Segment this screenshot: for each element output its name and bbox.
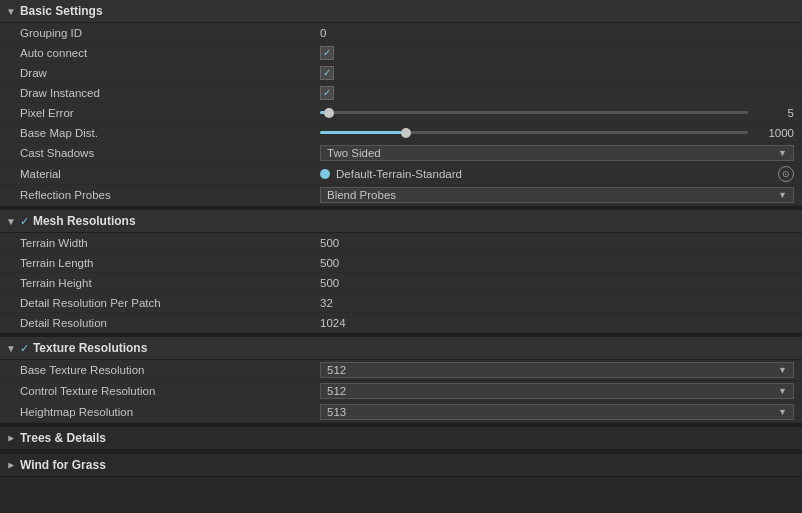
base-map-dist-label: Base Map Dist. <box>20 127 320 139</box>
auto-connect-value: ✓ <box>320 46 794 60</box>
terrain-width-value: 500 <box>320 237 794 249</box>
texture-resolutions-section: ▼ ✓ Texture Resolutions Base Texture Res… <box>0 337 802 423</box>
heightmap-res-select[interactable]: 513 ▼ <box>320 404 794 420</box>
trees-details-header[interactable]: ▼ Trees & Details <box>0 427 802 450</box>
control-texture-res-select[interactable]: 512 ▼ <box>320 383 794 399</box>
terrain-height-value: 500 <box>320 277 794 289</box>
reflection-probes-select[interactable]: Blend Probes ▼ <box>320 187 794 203</box>
base-texture-res-label: Base Texture Resolution <box>20 364 320 376</box>
basic-settings-chevron: ▼ <box>6 6 16 17</box>
control-texture-res-value: 512 <box>327 385 346 397</box>
material-dot-icon <box>320 169 330 179</box>
grouping-id-value: 0 <box>320 27 794 39</box>
base-map-dist-fill <box>320 131 406 134</box>
base-map-dist-track[interactable] <box>320 131 748 134</box>
cast-shadows-dropdown[interactable]: Two Sided ▼ <box>320 145 794 161</box>
control-texture-res-arrow: ▼ <box>778 386 787 396</box>
cast-shadows-label: Cast Shadows <box>20 147 320 159</box>
mesh-resolutions-section: ▼ ✓ Mesh Resolutions Terrain Width 500 T… <box>0 210 802 333</box>
detail-res-per-patch-label: Detail Resolution Per Patch <box>20 297 320 309</box>
reflection-probes-value: Blend Probes <box>327 189 396 201</box>
base-texture-res-value: 512 <box>327 364 346 376</box>
basic-settings-header[interactable]: ▼ Basic Settings <box>0 0 802 23</box>
basic-settings-content: Grouping ID 0 Auto connect ✓ Draw ✓ Draw… <box>0 23 802 206</box>
material-value-row: Default-Terrain-Standard ⊙ <box>320 166 794 182</box>
pixel-error-value: 5 <box>754 107 794 119</box>
draw-instanced-value: ✓ <box>320 86 794 100</box>
wind-grass-header[interactable]: ▼ Wind for Grass <box>0 454 802 477</box>
terrain-height-row: Terrain Height 500 <box>0 273 802 293</box>
draw-instanced-row: Draw Instanced ✓ <box>0 83 802 103</box>
heightmap-res-label: Heightmap Resolution <box>20 406 320 418</box>
wind-grass-chevron: ▼ <box>5 460 16 470</box>
cast-shadows-value: Two Sided <box>327 147 381 159</box>
texture-resolutions-header[interactable]: ▼ ✓ Texture Resolutions <box>0 337 802 360</box>
basic-settings-section: ▼ Basic Settings Grouping ID 0 Auto conn… <box>0 0 802 206</box>
reflection-probes-row: Reflection Probes Blend Probes ▼ <box>0 185 802 206</box>
terrain-length-row: Terrain Length 500 <box>0 253 802 273</box>
material-select-icon[interactable]: ⊙ <box>778 166 794 182</box>
terrain-height-label: Terrain Height <box>20 277 320 289</box>
cast-shadows-row: Cast Shadows Two Sided ▼ <box>0 143 802 164</box>
draw-instanced-label: Draw Instanced <box>20 87 320 99</box>
control-texture-res-dropdown[interactable]: 512 ▼ <box>320 383 794 399</box>
grouping-id-row: Grouping ID 0 <box>0 23 802 43</box>
draw-row: Draw ✓ <box>0 63 802 83</box>
reflection-probes-label: Reflection Probes <box>20 189 320 201</box>
mesh-resolutions-check: ✓ <box>20 215 29 228</box>
terrain-width-row: Terrain Width 500 <box>0 233 802 253</box>
cast-shadows-arrow: ▼ <box>778 148 787 158</box>
material-label: Material <box>20 168 320 180</box>
base-texture-res-row: Base Texture Resolution 512 ▼ <box>0 360 802 381</box>
texture-resolutions-title: Texture Resolutions <box>33 341 147 355</box>
heightmap-res-arrow: ▼ <box>778 407 787 417</box>
pixel-error-row: Pixel Error 5 <box>0 103 802 123</box>
detail-res-per-patch-row: Detail Resolution Per Patch 32 <box>0 293 802 313</box>
pixel-error-track[interactable] <box>320 111 748 114</box>
draw-value: ✓ <box>320 66 794 80</box>
trees-details-title: Trees & Details <box>20 431 106 445</box>
material-value: Default-Terrain-Standard <box>336 168 772 180</box>
draw-instanced-checkbox[interactable]: ✓ <box>320 86 334 100</box>
auto-connect-label: Auto connect <box>20 47 320 59</box>
base-texture-res-select[interactable]: 512 ▼ <box>320 362 794 378</box>
heightmap-res-row: Heightmap Resolution 513 ▼ <box>0 402 802 423</box>
heightmap-res-dropdown[interactable]: 513 ▼ <box>320 404 794 420</box>
auto-connect-checkbox[interactable]: ✓ <box>320 46 334 60</box>
base-map-dist-row: Base Map Dist. 1000 <box>0 123 802 143</box>
reflection-probes-arrow: ▼ <box>778 190 787 200</box>
pixel-error-label: Pixel Error <box>20 107 320 119</box>
terrain-length-label: Terrain Length <box>20 257 320 269</box>
terrain-width-label: Terrain Width <box>20 237 320 249</box>
reflection-probes-dropdown[interactable]: Blend Probes ▼ <box>320 187 794 203</box>
pixel-error-thumb[interactable] <box>324 108 334 118</box>
wind-grass-title: Wind for Grass <box>20 458 106 472</box>
auto-connect-row: Auto connect ✓ <box>0 43 802 63</box>
grouping-id-label: Grouping ID <box>20 27 320 39</box>
mesh-resolutions-content: Terrain Width 500 Terrain Length 500 Ter… <box>0 233 802 333</box>
trees-details-chevron: ▼ <box>5 433 16 443</box>
detail-resolution-label: Detail Resolution <box>20 317 320 329</box>
texture-resolutions-content: Base Texture Resolution 512 ▼ Control Te… <box>0 360 802 423</box>
pixel-error-slider-container: 5 <box>320 107 794 119</box>
texture-resolutions-check: ✓ <box>20 342 29 355</box>
draw-label: Draw <box>20 67 320 79</box>
detail-resolution-row: Detail Resolution 1024 <box>0 313 802 333</box>
texture-resolutions-chevron: ▼ <box>6 343 16 354</box>
base-texture-res-arrow: ▼ <box>778 365 787 375</box>
base-map-dist-thumb[interactable] <box>401 128 411 138</box>
terrain-length-value: 500 <box>320 257 794 269</box>
base-texture-res-dropdown[interactable]: 512 ▼ <box>320 362 794 378</box>
basic-settings-title: Basic Settings <box>20 4 103 18</box>
control-texture-res-row: Control Texture Resolution 512 ▼ <box>0 381 802 402</box>
mesh-resolutions-chevron: ▼ <box>6 216 16 227</box>
cast-shadows-select[interactable]: Two Sided ▼ <box>320 145 794 161</box>
draw-checkbox[interactable]: ✓ <box>320 66 334 80</box>
wind-grass-section: ▼ Wind for Grass <box>0 454 802 477</box>
base-map-dist-slider-container: 1000 <box>320 127 794 139</box>
inspector-panel: ▼ Basic Settings Grouping ID 0 Auto conn… <box>0 0 802 513</box>
mesh-resolutions-header[interactable]: ▼ ✓ Mesh Resolutions <box>0 210 802 233</box>
detail-res-per-patch-value: 32 <box>320 297 794 309</box>
detail-resolution-value: 1024 <box>320 317 794 329</box>
heightmap-res-value: 513 <box>327 406 346 418</box>
